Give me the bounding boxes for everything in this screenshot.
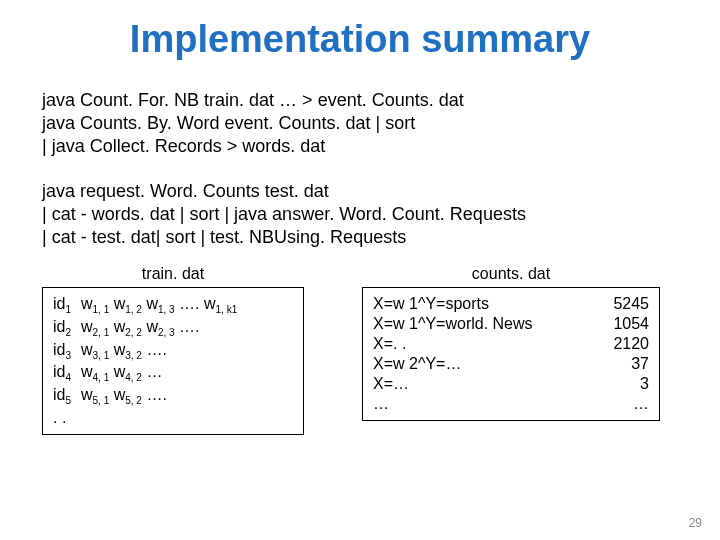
data-boxes-row: train. dat id1w1, 1 w1, 2 w1, 3 …. w1, k… [0, 265, 720, 434]
pipeline-block-1: java Count. For. NB train. dat … > event… [42, 89, 678, 158]
counts-key-6: … [373, 394, 533, 414]
counts-val-5: 3 [613, 374, 649, 394]
pipeline2-line3: | cat - test. dat| sort | test. NBUsing.… [42, 226, 678, 249]
slide-number: 29 [689, 516, 702, 530]
counts-val-1: 5245 [613, 294, 649, 314]
pipeline1-line1: java Count. For. NB train. dat … > event… [42, 89, 678, 112]
train-box: id1w1, 1 w1, 2 w1, 3 …. w1, k1 id2w2, 1 … [42, 287, 304, 434]
train-row-1: id1w1, 1 w1, 2 w1, 3 …. w1, k1 [53, 294, 293, 317]
counts-column: counts. dat X=w 1^Y=sports X=w 1^Y=world… [362, 265, 660, 434]
counts-key-4: X=w 2^Y=… [373, 354, 533, 374]
counts-val-2: 1054 [613, 314, 649, 334]
counts-key-5: X=… [373, 374, 533, 394]
pipeline2-line2: | cat - words. dat | sort | java answer.… [42, 203, 678, 226]
counts-key-1: X=w 1^Y=sports [373, 294, 533, 314]
counts-key-2: X=w 1^Y=world. News [373, 314, 533, 334]
counts-val-6: … [613, 394, 649, 414]
pipeline1-line2: java Counts. By. Word event. Counts. dat… [42, 112, 678, 135]
train-caption: train. dat [42, 265, 304, 283]
counts-values: 5245 1054 2120 37 3 … [601, 294, 649, 414]
train-row-4: id4w4, 1 w4, 2 … [53, 362, 293, 385]
pipeline2-line1: java request. Word. Counts test. dat [42, 180, 678, 203]
train-row-dots: . . [53, 408, 293, 428]
counts-val-4: 37 [613, 354, 649, 374]
train-row-3: id3w3, 1 w3, 2 …. [53, 340, 293, 363]
pipeline-block-2: java request. Word. Counts test. dat | c… [42, 180, 678, 249]
counts-keys: X=w 1^Y=sports X=w 1^Y=world. News X=. .… [373, 294, 533, 414]
counts-key-3: X=. . [373, 334, 533, 354]
counts-caption: counts. dat [362, 265, 660, 283]
pipeline1-line3: | java Collect. Records > words. dat [42, 135, 678, 158]
counts-box: X=w 1^Y=sports X=w 1^Y=world. News X=. .… [362, 287, 660, 421]
counts-val-3: 2120 [613, 334, 649, 354]
train-column: train. dat id1w1, 1 w1, 2 w1, 3 …. w1, k… [42, 265, 304, 434]
train-row-5: id5w5, 1 w5, 2 …. [53, 385, 293, 408]
train-row-2: id2w2, 1 w2, 2 w2, 3 …. [53, 317, 293, 340]
slide-title: Implementation summary [0, 0, 720, 89]
